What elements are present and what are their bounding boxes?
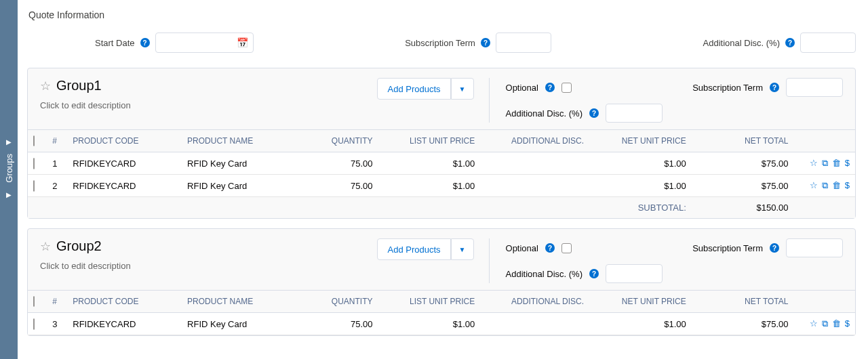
cell-net-price: $1.00 <box>589 152 692 175</box>
start-date-input[interactable] <box>155 33 254 53</box>
col-product-name: PRODUCT NAME <box>182 130 296 152</box>
help-icon[interactable]: ? <box>589 108 599 118</box>
cell-additional-disc[interactable] <box>480 313 589 335</box>
group-card: ☆Group2Click to edit descriptionAdd Prod… <box>27 228 856 336</box>
col-quantity: QUANTITY <box>296 291 378 313</box>
col-list-price: LIST UNIT PRICE <box>378 291 481 313</box>
optional-checkbox[interactable] <box>561 83 572 93</box>
cell-net-total: $75.00 <box>692 175 794 197</box>
price-icon[interactable]: $ <box>845 180 850 191</box>
cell-net-price: $1.00 <box>589 175 692 197</box>
subscription-term-label: Subscription Term <box>405 38 475 48</box>
group-subscription-term-input[interactable] <box>786 238 843 257</box>
col-net-total: NET TOTAL <box>692 130 794 152</box>
star-icon[interactable]: ☆ <box>810 318 818 329</box>
select-all-checkbox[interactable] <box>33 135 35 146</box>
cell-product-name: RFID Key Card <box>182 175 296 197</box>
cell-list-price: $1.00 <box>378 313 481 335</box>
delete-icon[interactable]: 🗑 <box>832 158 841 169</box>
cell-product-code: RFIDKEYCARD <box>67 313 182 335</box>
cell-list-price: $1.00 <box>378 152 481 175</box>
help-icon[interactable]: ? <box>785 38 795 47</box>
cell-quantity[interactable]: 75.00 <box>296 175 378 197</box>
col-net-price: NET UNIT PRICE <box>589 130 692 152</box>
side-rail[interactable]: ▶ Groups ▶ <box>0 0 18 359</box>
delete-icon[interactable]: 🗑 <box>832 318 841 329</box>
side-rail-label: Groups <box>4 154 14 183</box>
cell-net-total: $75.00 <box>692 313 794 335</box>
quote-info-row: Start Date ? 📅 Subscription Term ? Addit… <box>27 33 856 53</box>
group-additional-disc-input[interactable] <box>606 264 663 283</box>
triangle-right-icon: ▶ <box>6 138 12 146</box>
optional-label: Optional <box>506 243 538 253</box>
table-row: 3RFIDKEYCARDRFID Key Card75.00$1.00$1.00… <box>28 313 855 335</box>
triangle-right-icon: ▶ <box>6 191 12 198</box>
star-outline-icon[interactable]: ☆ <box>40 79 51 93</box>
group-title[interactable]: Group2 <box>56 238 102 254</box>
group-description[interactable]: Click to edit description <box>40 100 377 110</box>
cell-quantity[interactable]: 75.00 <box>296 152 378 175</box>
content-scroll[interactable]: Quote Information Start Date ? 📅 Subscri… <box>18 0 868 359</box>
cell-product-code: RFIDKEYCARD <box>67 152 182 175</box>
copy-icon[interactable]: ⧉ <box>822 180 828 191</box>
row-checkbox[interactable] <box>33 318 35 330</box>
cell-product-name: RFID Key Card <box>182 152 296 175</box>
additional-disc-label: Additional Disc. (%) <box>506 108 583 119</box>
copy-icon[interactable]: ⧉ <box>822 158 828 169</box>
add-products-button[interactable]: Add Products <box>377 238 450 260</box>
help-icon[interactable]: ? <box>770 243 779 253</box>
col-additional-disc: ADDITIONAL DISC. <box>480 130 589 152</box>
optional-label: Optional <box>506 83 538 93</box>
group-subscription-term-input[interactable] <box>786 78 843 97</box>
row-checkbox[interactable] <box>33 158 35 169</box>
cell-additional-disc[interactable] <box>480 175 589 197</box>
star-icon[interactable]: ☆ <box>810 180 818 191</box>
line-items-table: #PRODUCT CODEPRODUCT NAMEQUANTITYLIST UN… <box>28 129 855 218</box>
col-product-name: PRODUCT NAME <box>182 291 296 313</box>
help-icon[interactable]: ? <box>481 38 490 47</box>
add-products-dropdown[interactable]: ▼ <box>451 238 474 260</box>
star-icon[interactable]: ☆ <box>810 158 818 169</box>
group-description[interactable]: Click to edit description <box>40 261 377 271</box>
cell-net-total: $75.00 <box>692 152 794 175</box>
add-products-button[interactable]: Add Products <box>377 78 450 100</box>
help-icon[interactable]: ? <box>545 83 555 92</box>
subtotal-value: $150.00 <box>692 197 794 219</box>
price-icon[interactable]: $ <box>845 318 850 329</box>
line-items-table: #PRODUCT CODEPRODUCT NAMEQUANTITYLIST UN… <box>28 290 855 335</box>
group-additional-disc-input[interactable] <box>606 104 663 123</box>
table-row: 1RFIDKEYCARDRFID Key Card75.00$1.00$1.00… <box>28 152 855 175</box>
help-icon[interactable]: ? <box>545 243 555 253</box>
group-title[interactable]: Group1 <box>56 78 102 93</box>
price-icon[interactable]: $ <box>845 158 850 169</box>
cell-product-name: RFID Key Card <box>182 313 296 335</box>
subscription-term-label: Subscription Term <box>692 243 763 253</box>
cell-number: 3 <box>47 313 67 335</box>
col-number: # <box>47 130 67 152</box>
cell-number: 1 <box>47 152 67 175</box>
copy-icon[interactable]: ⧉ <box>822 318 828 329</box>
cell-additional-disc[interactable] <box>480 152 589 175</box>
star-outline-icon[interactable]: ☆ <box>40 239 51 254</box>
delete-icon[interactable]: 🗑 <box>832 180 841 191</box>
additional-disc-field: Additional Disc. (%) ? <box>703 33 856 53</box>
table-row: 2RFIDKEYCARDRFID Key Card75.00$1.00$1.00… <box>28 175 855 197</box>
help-icon[interactable]: ? <box>589 269 599 278</box>
add-products-dropdown[interactable]: ▼ <box>451 78 474 100</box>
col-product-code: PRODUCT CODE <box>67 130 182 152</box>
row-checkbox[interactable] <box>33 180 35 192</box>
col-number: # <box>47 291 67 313</box>
col-net-price: NET UNIT PRICE <box>589 291 692 313</box>
subscription-term-field: Subscription Term ? <box>405 33 551 53</box>
subscription-term-input[interactable] <box>496 33 551 53</box>
select-all-checkbox[interactable] <box>33 296 35 307</box>
cell-list-price: $1.00 <box>378 175 481 197</box>
help-icon[interactable]: ? <box>140 38 150 47</box>
help-icon[interactable]: ? <box>770 83 779 92</box>
optional-checkbox[interactable] <box>561 243 572 253</box>
start-date-label: Start Date <box>95 38 135 48</box>
start-date-field: Start Date ? 📅 <box>95 33 254 53</box>
additional-disc-input[interactable] <box>800 33 856 53</box>
col-quantity: QUANTITY <box>296 130 378 152</box>
cell-quantity[interactable]: 75.00 <box>296 313 378 335</box>
